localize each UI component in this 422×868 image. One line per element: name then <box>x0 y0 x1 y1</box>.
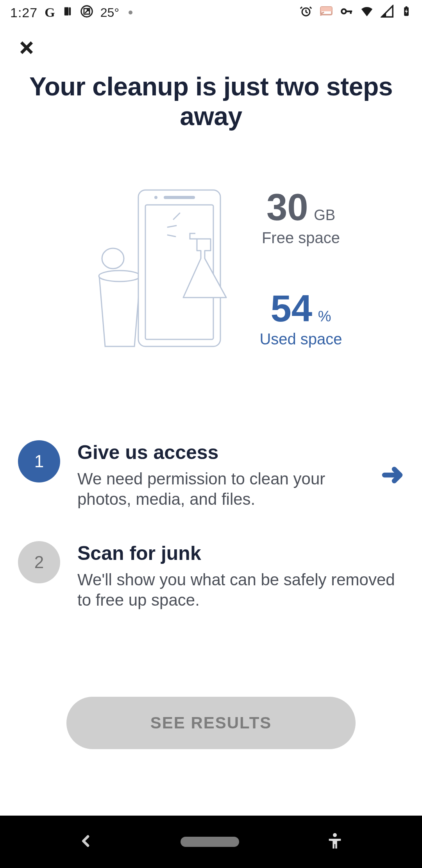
google-icon: G <box>45 5 55 20</box>
steps-list: 1 Give us access We need permission to c… <box>0 440 422 611</box>
svg-rect-9 <box>350 10 352 14</box>
svg-rect-6 <box>321 7 332 11</box>
close-button[interactable] <box>14 36 39 61</box>
step-number-badge: 1 <box>18 440 60 482</box>
page-heading: Your cleanup is just two steps away <box>0 72 422 131</box>
vpn-key-icon <box>340 5 353 21</box>
svg-point-16 <box>154 196 157 199</box>
svg-rect-1 <box>69 7 71 15</box>
chevron-left-icon <box>78 843 94 850</box>
status-more-dot <box>129 11 132 14</box>
used-space-label: Used space <box>259 330 342 348</box>
step-scan-junk: 2 Scan for junk We'll show you what can … <box>18 541 404 611</box>
used-space-value: 54 <box>270 290 312 327</box>
svg-rect-17 <box>164 196 195 199</box>
svg-point-18 <box>333 833 337 837</box>
step-description: We'll show you what can be safely remove… <box>77 570 404 611</box>
used-space-stat: 54 % Used space <box>259 290 342 348</box>
screenshot-icon <box>80 5 93 21</box>
close-icon <box>18 39 36 58</box>
svg-point-13 <box>99 271 140 282</box>
step-number-badge: 2 <box>18 541 60 583</box>
used-space-unit: % <box>318 308 331 325</box>
step-title: Scan for junk <box>77 543 404 564</box>
svg-rect-11 <box>406 6 408 7</box>
svg-point-7 <box>342 9 346 13</box>
nav-accessibility-button[interactable] <box>326 832 344 852</box>
cast-icon <box>320 5 333 21</box>
status-clock: 1:27 <box>10 5 38 20</box>
free-space-value: 30 <box>266 188 308 226</box>
wifi-icon <box>360 5 374 21</box>
alarm-icon <box>299 5 313 21</box>
see-results-label: SEE RESULTS <box>150 714 272 732</box>
free-space-label: Free space <box>259 229 342 247</box>
battery-charging-icon <box>401 6 412 20</box>
storage-overview: 30 GB Free space 54 % Used space <box>0 182 422 354</box>
arrow-right-icon <box>381 463 404 487</box>
page-title: Your cleanup is just two steps away <box>23 72 399 131</box>
step-description: We need permission to clean your photos,… <box>77 469 361 510</box>
status-weather: 25° <box>100 5 119 20</box>
step-title: Give us access <box>77 442 361 463</box>
id-icon <box>62 6 73 20</box>
free-space-unit: GB <box>314 207 335 223</box>
android-status-bar: 1:27 G 25° <box>0 0 422 25</box>
step-give-access[interactable]: 1 Give us access We need permission to c… <box>18 440 404 510</box>
cleanup-illustration <box>80 182 228 354</box>
see-results-button[interactable]: SEE RESULTS <box>66 697 356 749</box>
svg-rect-0 <box>64 7 68 15</box>
free-space-stat: 30 GB Free space <box>259 188 342 247</box>
svg-point-12 <box>102 248 124 269</box>
cell-signal-icon <box>381 5 394 21</box>
nav-home-pill[interactable] <box>181 837 239 847</box>
top-bar <box>0 25 422 72</box>
nav-back-button[interactable] <box>78 833 94 850</box>
accessibility-icon <box>326 845 344 851</box>
android-nav-bar <box>0 816 422 868</box>
